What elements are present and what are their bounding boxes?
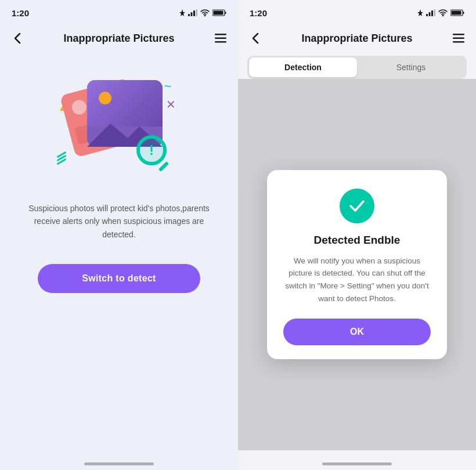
menu-button-right[interactable] (450, 30, 467, 46)
svg-rect-6 (214, 11, 223, 15)
svg-rect-13 (431, 10, 433, 16)
svg-rect-1 (191, 12, 193, 16)
wifi-icon (200, 9, 210, 16)
exclamation-mark: ! (149, 142, 154, 158)
location-icon (179, 9, 185, 16)
illustration: ✕ ~ ! (49, 68, 189, 185)
svg-rect-11 (426, 14, 428, 16)
svg-rect-14 (434, 9, 436, 16)
lines-decoration (56, 154, 67, 164)
modal-title: Detected Endble (314, 234, 401, 247)
modal-description: We will notify you when a suspicious pic… (283, 255, 431, 305)
nav-bar-left: Inappropriate Pictures (0, 26, 238, 51)
magnifier-handle (158, 161, 169, 172)
right-content: Detected Endble We will notify you when … (238, 79, 476, 450)
left-screen: 1:20 (0, 0, 238, 470)
home-bar-left (84, 462, 154, 465)
menu-button-left[interactable] (212, 30, 229, 46)
status-icons-right (417, 9, 464, 16)
svg-rect-0 (188, 14, 190, 16)
time-left: 1:20 (12, 8, 29, 18)
signal-icon (188, 9, 197, 16)
time-right: 1:20 (250, 8, 267, 18)
nav-bar-right: Inappropriate Pictures (238, 26, 476, 51)
signal-icon-right (426, 9, 435, 16)
checkmark-icon (348, 197, 366, 215)
tab-detection-label: Detection (284, 63, 322, 72)
svg-rect-8 (215, 38, 226, 39)
home-indicator-left (0, 450, 238, 470)
battery-icon-right (450, 9, 464, 16)
svg-rect-3 (196, 9, 198, 16)
svg-rect-9 (215, 41, 226, 43)
tab-settings[interactable]: Settings (357, 57, 465, 77)
description-text: Suspicious photos will protect kid's pho… (17, 202, 221, 241)
sun-decoration (99, 92, 111, 104)
tab-detection[interactable]: Detection (249, 57, 357, 77)
page-title-left: Inappropriate Pictures (63, 32, 174, 45)
chevron-left-icon-right (252, 32, 259, 44)
chevron-left-icon (14, 32, 21, 44)
wifi-icon-right (438, 9, 448, 16)
status-icons-left (179, 9, 226, 16)
home-bar-right (322, 462, 392, 465)
svg-rect-20 (453, 41, 464, 43)
cross-decoration: ✕ (166, 97, 176, 111)
battery-icon (212, 9, 226, 16)
svg-rect-16 (463, 12, 464, 14)
modal-ok-button[interactable]: OK (283, 319, 431, 345)
svg-rect-18 (453, 34, 464, 35)
switch-to-detect-button[interactable]: Switch to detect (38, 264, 200, 293)
status-bar-right: 1:20 (238, 0, 476, 26)
hamburger-icon (215, 34, 226, 43)
magnifier-circle: ! (136, 135, 167, 165)
back-button-left[interactable] (9, 30, 26, 46)
back-button-right[interactable] (247, 30, 264, 46)
tab-bar: Detection Settings (247, 56, 467, 79)
check-circle (340, 189, 374, 223)
status-bar-left: 1:20 (0, 0, 238, 26)
hamburger-icon-right (453, 34, 464, 43)
right-screen: 1:20 (238, 0, 476, 470)
svg-rect-12 (429, 12, 431, 16)
svg-rect-17 (452, 11, 461, 15)
svg-rect-2 (193, 10, 195, 16)
location-icon-right (417, 9, 423, 16)
modal-card: Detected Endble We will notify you when … (267, 170, 447, 359)
page-title-right: Inappropriate Pictures (301, 32, 412, 45)
svg-rect-19 (453, 38, 464, 39)
svg-rect-7 (215, 34, 226, 35)
home-indicator-right (238, 450, 476, 470)
modal-overlay: Detected Endble We will notify you when … (238, 79, 476, 450)
left-content: ✕ ~ ! Suspicious pho (0, 51, 238, 450)
svg-rect-5 (225, 12, 226, 14)
tab-settings-label: Settings (396, 63, 426, 72)
squiggle-decoration: ~ (164, 79, 171, 94)
magnifier: ! (136, 135, 177, 176)
